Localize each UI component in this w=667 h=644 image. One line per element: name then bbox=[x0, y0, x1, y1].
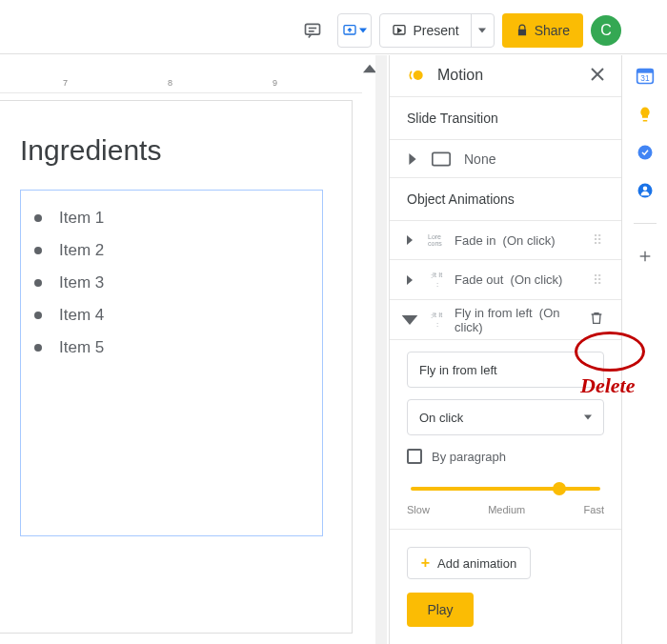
svg-rect-0 bbox=[306, 24, 320, 34]
effect-select[interactable]: Fly in from left bbox=[407, 352, 604, 388]
drag-handle-icon[interactable]: ⠿ bbox=[593, 232, 604, 248]
contacts-app-icon[interactable] bbox=[636, 181, 655, 200]
speed-labels: Slow Medium Fast bbox=[407, 496, 604, 515]
present-label: Present bbox=[413, 23, 458, 38]
add-addon-button[interactable] bbox=[636, 247, 655, 266]
list-item-text: Item 5 bbox=[59, 338, 104, 357]
ruler-tick: 9 bbox=[273, 78, 277, 88]
caret-down-icon bbox=[359, 27, 367, 34]
svg-rect-10 bbox=[637, 70, 653, 73]
top-toolbar: Present Share C bbox=[295, 10, 621, 51]
add-animation-button[interactable]: + Add animation bbox=[407, 547, 531, 579]
svg-point-14 bbox=[642, 187, 647, 191]
present-button[interactable]: Present bbox=[380, 14, 470, 47]
share-button[interactable]: Share bbox=[502, 13, 583, 48]
keep-app-icon[interactable] bbox=[636, 105, 655, 124]
panel-footer: + Add animation Play bbox=[390, 529, 621, 644]
comment-icon bbox=[303, 21, 322, 40]
motion-icon bbox=[407, 66, 426, 85]
present-icon bbox=[392, 23, 407, 38]
list-item-text: Item 4 bbox=[59, 306, 104, 325]
top-divider bbox=[0, 53, 667, 54]
by-paragraph-label: By paragraph bbox=[432, 450, 506, 464]
bullet-icon bbox=[34, 247, 42, 254]
text-thumb-icon: Lorecons bbox=[428, 233, 445, 247]
avatar-letter: C bbox=[600, 22, 612, 39]
panel-title-text: Motion bbox=[437, 67, 483, 84]
animation-row-expanded[interactable]: : It: It Fly in from left (On click) bbox=[390, 300, 621, 340]
avatar[interactable]: C bbox=[591, 15, 621, 46]
animation-name: Fade in (On click) bbox=[455, 233, 583, 248]
lock-icon bbox=[515, 24, 529, 37]
trigger-select[interactable]: On click bbox=[407, 399, 604, 435]
animation-row[interactable]: : It: It Fade out (On click) ⠿ bbox=[390, 260, 621, 300]
play-button[interactable]: Play bbox=[407, 593, 474, 627]
bullets-thumb-icon: : It: It bbox=[428, 312, 445, 329]
bullet-icon bbox=[34, 312, 42, 319]
present-dropdown-button[interactable] bbox=[471, 14, 494, 47]
trigger-select-value: On click bbox=[419, 411, 463, 425]
list-item: Item 5 bbox=[34, 332, 309, 364]
speed-slider[interactable] bbox=[411, 487, 600, 491]
close-button[interactable] bbox=[591, 68, 604, 84]
speed-label-slow: Slow bbox=[407, 504, 430, 515]
calendar-icon: 31 bbox=[636, 67, 655, 86]
plus-icon bbox=[637, 249, 653, 264]
svg-rect-8 bbox=[433, 152, 450, 165]
speed-label-fast: Fast bbox=[584, 504, 604, 515]
contacts-icon bbox=[637, 182, 654, 199]
svg-point-5 bbox=[414, 70, 423, 80]
drag-handle-icon[interactable]: ⠿ bbox=[593, 272, 604, 288]
effect-select-value: Fly in from left bbox=[419, 363, 497, 377]
svg-text:31: 31 bbox=[640, 73, 650, 83]
list-item-text: Item 2 bbox=[59, 241, 104, 260]
ruler-tick: 7 bbox=[63, 78, 68, 88]
animation-name: Fly in from left (On click) bbox=[455, 306, 579, 334]
calendar-app-icon[interactable]: 31 bbox=[636, 67, 655, 86]
list-item: Item 1 bbox=[34, 202, 309, 234]
speed-label-medium: Medium bbox=[488, 504, 525, 515]
list-item-text: Item 3 bbox=[59, 273, 104, 292]
caret-down-icon bbox=[584, 413, 592, 421]
vertical-scrollbar[interactable] bbox=[375, 55, 387, 644]
tasks-app-icon[interactable] bbox=[636, 143, 655, 162]
transition-row[interactable]: None bbox=[390, 139, 621, 179]
ruler-tick: 8 bbox=[168, 78, 172, 88]
slide-title[interactable]: Ingredients bbox=[20, 134, 323, 167]
add-animation-label: Add animation bbox=[437, 556, 516, 571]
chevron-right-icon bbox=[407, 153, 418, 165]
close-icon bbox=[591, 68, 604, 81]
plus-icon: + bbox=[421, 554, 430, 572]
animation-row[interactable]: Lorecons Fade in (On click) ⠿ bbox=[390, 220, 621, 260]
list-item: Item 2 bbox=[34, 234, 309, 267]
slider-thumb[interactable] bbox=[553, 482, 566, 495]
svg-point-12 bbox=[637, 146, 652, 160]
ruler: 7 8 9 bbox=[0, 74, 362, 93]
delete-animation-button[interactable] bbox=[589, 311, 604, 329]
panel-header: Motion bbox=[390, 55, 621, 97]
keep-icon bbox=[637, 106, 654, 123]
present-upload-button[interactable] bbox=[337, 13, 372, 48]
present-button-group: Present bbox=[379, 13, 494, 48]
side-rail: 31 bbox=[621, 55, 667, 644]
comments-icon-button[interactable] bbox=[295, 13, 330, 48]
chevron-down-icon bbox=[401, 315, 418, 325]
rail-divider bbox=[634, 223, 657, 224]
chevron-up-icon bbox=[363, 62, 376, 75]
list-item-text: Item 1 bbox=[59, 209, 104, 228]
by-paragraph-checkbox-row[interactable]: By paragraph bbox=[407, 447, 604, 466]
slide-canvas[interactable]: Ingredients Item 1 Item 2 Item 3 Item 4 … bbox=[0, 95, 374, 644]
selected-text-box[interactable]: Item 1 Item 2 Item 3 Item 4 Item 5 bbox=[20, 190, 323, 536]
play-label: Play bbox=[427, 602, 453, 617]
chevron-right-icon bbox=[401, 275, 418, 285]
trash-icon bbox=[589, 311, 604, 326]
share-label: Share bbox=[535, 23, 570, 38]
bullets-thumb-icon: : It: It bbox=[428, 272, 445, 289]
motion-panel: Motion Slide Transition None Object Anim… bbox=[389, 55, 621, 644]
checkbox-icon bbox=[407, 449, 422, 464]
transition-value: None bbox=[464, 151, 495, 167]
slide-transition-label: Slide Transition bbox=[390, 97, 621, 139]
speed-slider-wrap: Slow Medium Fast bbox=[407, 477, 604, 515]
list-item: Item 4 bbox=[34, 299, 309, 332]
list-item: Item 3 bbox=[34, 267, 309, 299]
